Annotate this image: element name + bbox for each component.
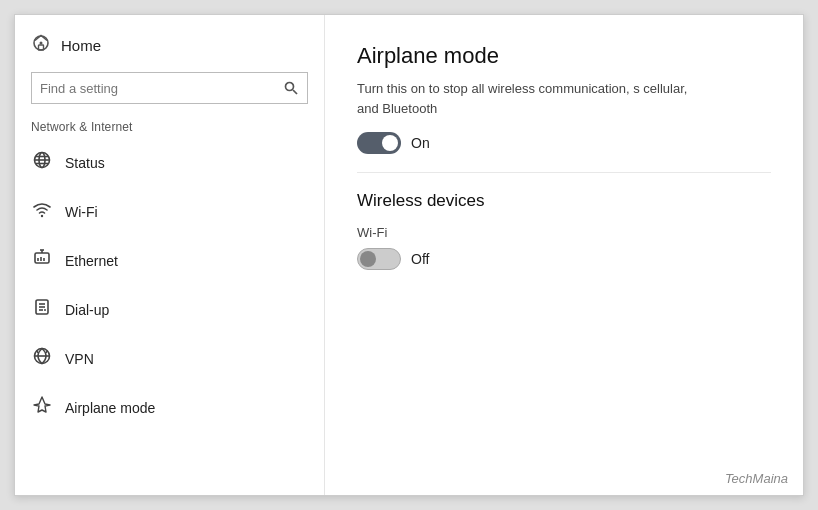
home-button[interactable]: Home [15,15,324,72]
search-input[interactable] [32,81,275,96]
home-icon [31,33,51,58]
sidebar-item-vpn[interactable]: VPN [15,334,316,383]
svg-point-10 [41,215,43,217]
search-icon[interactable] [275,72,307,104]
svg-line-24 [37,351,38,353]
search-box[interactable] [31,72,308,104]
sidebar-item-status[interactable]: Status [15,138,316,187]
section-divider [357,172,771,173]
sidebar-item-vpn-label: VPN [65,351,94,367]
wifi-sub-label: Wi-Fi [357,225,771,240]
wifi-toggle[interactable] [357,248,401,270]
vpn-icon [31,346,53,371]
svg-point-21 [44,309,46,311]
sidebar-item-dialup[interactable]: Dial-up [15,285,316,334]
sidebar-item-ethernet[interactable]: Ethernet [15,236,316,285]
svg-line-25 [46,351,47,353]
wifi-toggle-thumb [360,251,376,267]
svg-point-3 [286,83,294,91]
sidebar-item-airplane[interactable]: Airplane mode [15,383,316,432]
dialup-icon [31,297,53,322]
sidebar-item-status-label: Status [65,155,105,171]
svg-rect-11 [35,253,49,263]
airplane-icon [31,395,53,420]
sidebar-item-ethernet-label: Ethernet [65,253,118,269]
airplane-toggle-thumb [382,135,398,151]
airplane-toggle-label: On [411,135,430,151]
svg-point-0 [40,42,43,45]
main-content: Airplane mode Turn this on to stop all w… [325,15,803,495]
airplane-toggle-row: On [357,132,771,154]
svg-line-4 [293,90,297,94]
wifi-toggle-label: Off [411,251,429,267]
globe-icon [31,150,53,175]
nav-list: Status Wi-Fi [15,138,324,495]
watermark: TechMaina [725,471,788,486]
sidebar-item-dialup-label: Dial-up [65,302,109,318]
sidebar-item-airplane-label: Airplane mode [65,400,155,416]
wireless-devices-title: Wireless devices [357,191,771,211]
airplane-mode-title: Airplane mode [357,43,771,69]
airplane-mode-desc: Turn this on to stop all wireless commun… [357,79,697,118]
wifi-icon [31,199,53,224]
ethernet-icon [31,248,53,273]
sidebar: Home Network & Internet [15,15,325,495]
sidebar-item-wifi[interactable]: Wi-Fi [15,187,316,236]
section-label: Network & Internet [15,114,324,138]
sidebar-item-wifi-label: Wi-Fi [65,204,98,220]
search-box-container [15,72,324,114]
wifi-toggle-row: Off [357,248,771,270]
home-label: Home [61,37,101,54]
airplane-mode-toggle[interactable] [357,132,401,154]
